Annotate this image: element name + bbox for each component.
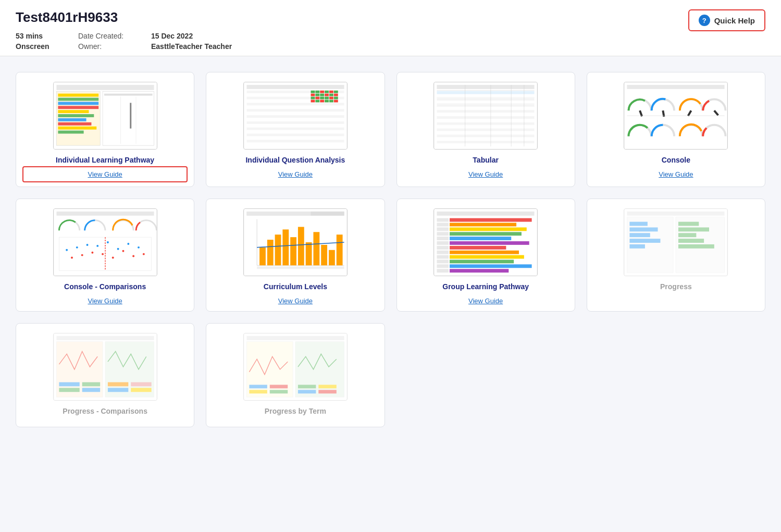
svg-point-105 [86, 244, 88, 246]
placeholder-col4 [587, 323, 765, 427]
svg-rect-192 [295, 342, 344, 397]
svg-rect-168 [630, 227, 658, 231]
svg-rect-34 [246, 133, 344, 136]
svg-point-111 [117, 248, 119, 250]
svg-rect-75 [437, 110, 535, 113]
meta-info: 53 mins Date Created: 15 Dec 2022 Onscre… [16, 32, 232, 51]
svg-rect-195 [298, 385, 316, 388]
svg-rect-156 [437, 241, 449, 245]
svg-rect-40 [320, 91, 324, 93]
svg-rect-56 [311, 100, 315, 102]
svg-rect-174 [678, 233, 696, 237]
svg-rect-38 [311, 91, 315, 93]
view-guide-console[interactable]: View Guide [593, 166, 759, 184]
svg-rect-52 [320, 97, 324, 100]
svg-rect-25 [246, 106, 344, 108]
svg-rect-80 [437, 126, 535, 128]
svg-rect-131 [329, 250, 335, 266]
placeholder-col3 [396, 323, 575, 427]
thumbnail-glp [433, 208, 538, 276]
svg-rect-169 [630, 233, 650, 237]
card-footer-console-comp: View Guide [22, 293, 188, 311]
svg-rect-99 [56, 212, 154, 216]
svg-rect-81 [437, 129, 535, 131]
view-guide-iqa[interactable]: View Guide [213, 166, 378, 184]
svg-rect-132 [337, 234, 343, 265]
svg-rect-138 [437, 212, 535, 216]
svg-point-110 [111, 257, 114, 259]
svg-rect-53 [325, 97, 329, 100]
svg-rect-49 [334, 94, 338, 96]
view-guide-console-comp[interactable]: View Guide [22, 293, 188, 311]
svg-rect-5 [58, 102, 98, 105]
svg-rect-155 [437, 237, 449, 240]
svg-rect-139 [450, 218, 532, 222]
svg-rect-33 [246, 131, 344, 133]
date-created-label: Date Created: [78, 32, 130, 40]
svg-rect-85 [437, 141, 535, 143]
card-console-comparisons: Console - Comparisons View Guide [16, 199, 194, 312]
svg-rect-11 [58, 127, 96, 130]
svg-rect-141 [450, 227, 527, 231]
card-title-progress: Progress [660, 282, 692, 291]
svg-rect-126 [290, 237, 296, 265]
svg-rect-57 [315, 100, 319, 102]
svg-rect-29 [246, 118, 344, 121]
svg-rect-54 [329, 97, 333, 100]
card-title-tabular: Tabular [473, 156, 499, 164]
svg-rect-170 [630, 239, 661, 243]
svg-rect-55 [334, 97, 338, 100]
svg-rect-1 [56, 85, 154, 90]
svg-rect-194 [270, 385, 288, 388]
thumbnail-progress-term [243, 333, 348, 401]
svg-rect-122 [259, 248, 266, 265]
svg-rect-32 [246, 128, 344, 130]
duration-label: 53 mins [16, 32, 57, 40]
svg-rect-196 [318, 385, 336, 388]
svg-rect-6 [58, 106, 98, 109]
svg-rect-182 [82, 382, 100, 387]
svg-point-112 [122, 250, 124, 252]
view-guide-curriculum[interactable]: View Guide [213, 293, 378, 311]
svg-point-103 [76, 246, 78, 249]
svg-rect-184 [131, 382, 151, 387]
svg-rect-144 [450, 241, 529, 245]
svg-rect-79 [437, 122, 535, 125]
svg-rect-128 [306, 242, 312, 265]
svg-rect-143 [450, 237, 511, 240]
svg-rect-171 [630, 244, 646, 249]
svg-rect-129 [313, 232, 319, 265]
svg-rect-61 [334, 100, 338, 102]
svg-rect-43 [334, 91, 338, 93]
card-title-console-comp: Console - Comparisons [64, 282, 146, 291]
card-curriculum-levels: Curriculum Levels View Guide [206, 199, 385, 312]
view-guide-glp[interactable]: View Guide [403, 293, 568, 311]
thumbnail-curriculum [243, 208, 348, 276]
svg-rect-186 [82, 388, 100, 392]
svg-rect-158 [437, 251, 449, 254]
svg-rect-83 [437, 134, 535, 137]
svg-rect-10 [58, 122, 91, 126]
svg-rect-153 [437, 227, 449, 231]
svg-rect-58 [320, 100, 324, 102]
card-title-progress-term: Progress by Term [265, 407, 326, 415]
svg-point-113 [127, 243, 129, 245]
svg-rect-199 [298, 390, 316, 393]
thumbnail-console [624, 82, 728, 150]
svg-rect-60 [329, 100, 333, 102]
owner-label: Owner: [78, 42, 130, 51]
svg-rect-148 [450, 259, 514, 263]
svg-rect-46 [320, 94, 324, 96]
svg-rect-7 [58, 110, 89, 113]
quick-help-button[interactable]: ? Quick Help [688, 9, 765, 31]
view-guide-tabular[interactable]: View Guide [403, 166, 568, 184]
thumbnail-console-comp [53, 208, 157, 276]
svg-rect-178 [56, 336, 154, 340]
card-title-glp: Group Learning Pathway [442, 282, 529, 291]
view-guide-ilp[interactable]: View Guide [22, 166, 188, 182]
svg-rect-12 [58, 131, 83, 134]
svg-rect-50 [311, 97, 315, 100]
svg-rect-68 [437, 98, 535, 101]
card-footer-tabular: View Guide [403, 166, 568, 184]
svg-rect-136 [311, 212, 344, 216]
